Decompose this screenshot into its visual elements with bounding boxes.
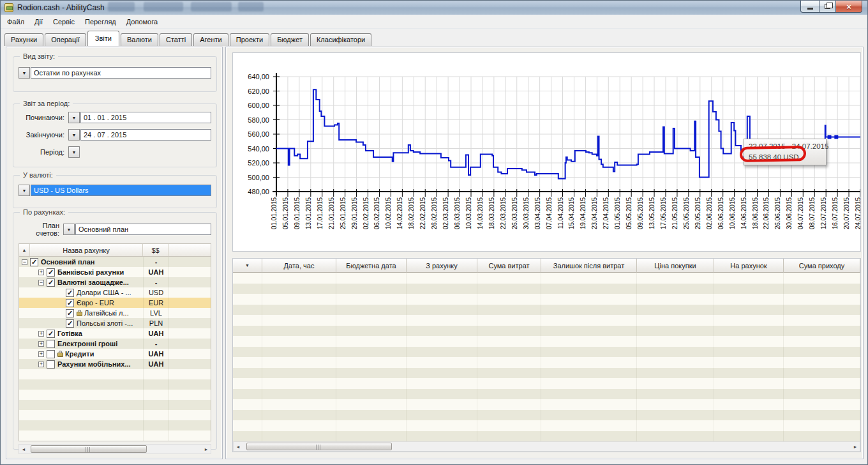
- tree-row[interactable]: −✓Валютні заощадже...-: [19, 277, 211, 287]
- tree-header-currency[interactable]: $$: [143, 244, 168, 256]
- table-cell: [336, 399, 407, 410]
- table-row[interactable]: [233, 326, 860, 337]
- tree-row[interactable]: −✓Основний план-: [19, 257, 211, 267]
- currency-dropdown-button[interactable]: ▼: [19, 185, 30, 196]
- tab-1[interactable]: Операції: [45, 33, 86, 46]
- tree-horizontal-scrollbar[interactable]: ◄ ►: [19, 444, 211, 454]
- tab-0[interactable]: Рахунки: [4, 33, 43, 46]
- table-row[interactable]: [233, 378, 860, 389]
- tree-row[interactable]: ✓Долари США - ...USD: [19, 287, 211, 298]
- table-row[interactable]: [233, 284, 860, 294]
- menu-item-1[interactable]: Дії: [29, 16, 48, 27]
- tree-row[interactable]: ✓Польські злоті -...PLN: [19, 318, 211, 328]
- table-row[interactable]: [233, 399, 860, 410]
- scroll-left-icon[interactable]: ◄: [19, 445, 28, 454]
- table-row[interactable]: [233, 336, 860, 347]
- account-checkbox[interactable]: [47, 360, 55, 369]
- tab-8[interactable]: Класифікатори: [310, 33, 371, 46]
- menu-item-4[interactable]: Допомога: [121, 16, 163, 27]
- tab-7[interactable]: Бюджет: [271, 33, 309, 46]
- table-row[interactable]: [233, 431, 860, 442]
- period-to-field[interactable]: 24 . 07 . 2015: [80, 129, 211, 141]
- period-from-field[interactable]: 01 . 01 . 2015: [80, 112, 211, 123]
- tree-expand-toggle[interactable]: +: [38, 270, 44, 275]
- table-cell: [407, 389, 477, 400]
- restore-button[interactable]: [819, 1, 836, 13]
- table-cell: [637, 305, 714, 316]
- title-bar[interactable]: Rodion.cash - AbilityCash ×: [1, 1, 867, 15]
- tree-expand-toggle[interactable]: +: [38, 362, 44, 367]
- minimize-button[interactable]: [800, 1, 819, 13]
- table-column-header[interactable]: З рахунку: [407, 259, 477, 273]
- tree-scrollbar-thumb[interactable]: [31, 445, 147, 453]
- tree-expand-toggle[interactable]: +: [38, 351, 44, 357]
- account-checkbox[interactable]: ✓: [47, 268, 55, 277]
- table-column-header[interactable]: Сума приходу: [784, 259, 860, 273]
- tree-row[interactable]: +✓Банківські рахункиUAH: [19, 267, 211, 277]
- account-checkbox[interactable]: ✓: [66, 319, 74, 328]
- table-row[interactable]: [233, 305, 860, 316]
- table-column-header[interactable]: Дата, час: [262, 259, 336, 273]
- currency-field[interactable]: USD - US Dollars: [31, 185, 211, 196]
- tab-6[interactable]: Проекти: [230, 33, 269, 46]
- period-preset-dropdown-button[interactable]: ▼: [68, 146, 80, 158]
- tree-expand-toggle[interactable]: −: [22, 259, 27, 265]
- table-column-header[interactable]: Бюджетна дата: [336, 259, 407, 273]
- menu-item-0[interactable]: Файл: [2, 16, 29, 27]
- table-row[interactable]: [233, 368, 860, 379]
- tree-row[interactable]: +Електронні гроші-: [19, 339, 211, 349]
- tab-2[interactable]: Звіти: [87, 31, 119, 46]
- scroll-right-icon[interactable]: ►: [202, 445, 211, 454]
- menu-item-3[interactable]: Перегляд: [80, 16, 121, 27]
- tab-5[interactable]: Агенти: [193, 33, 228, 46]
- tree-row[interactable]: +Рахунки мобільних...UAH: [19, 359, 211, 369]
- tree-expand-toggle[interactable]: +: [38, 341, 44, 347]
- table-row[interactable]: [233, 315, 860, 326]
- account-checkbox[interactable]: ✓: [30, 258, 38, 266]
- tree-row[interactable]: +✓ГотівкаUAH: [19, 328, 211, 339]
- table-row[interactable]: [233, 357, 860, 368]
- table-column-header[interactable]: Залишок після витрат: [541, 259, 637, 273]
- app-icon[interactable]: [4, 3, 13, 12]
- plan-dropdown-button[interactable]: ▼: [63, 224, 75, 235]
- table-row[interactable]: [233, 389, 860, 400]
- table-cell: [336, 326, 407, 337]
- account-checkbox[interactable]: ✓: [47, 278, 55, 287]
- menu-item-2[interactable]: Сервіс: [48, 16, 80, 27]
- table-column-header[interactable]: На рахунок: [714, 259, 784, 273]
- tree-row[interactable]: +КредитиUAH: [19, 349, 211, 359]
- table-row[interactable]: [233, 420, 860, 431]
- account-checkbox[interactable]: ✓: [66, 309, 74, 317]
- tree-expand-toggle[interactable]: −: [38, 280, 44, 286]
- tree-header-name[interactable]: Назва рахунку: [30, 244, 143, 256]
- account-checkbox[interactable]: [47, 350, 55, 358]
- tree-row[interactable]: ✓Євро - EUREUR: [19, 298, 211, 308]
- tab-4[interactable]: Статті: [160, 33, 192, 46]
- tree-row[interactable]: ✓Латвійські л...LVL: [19, 308, 211, 318]
- table-column-header[interactable]: Ціна покупки: [637, 259, 714, 273]
- account-checkbox[interactable]: ✓: [66, 299, 74, 307]
- report-type-field[interactable]: Остатки по рахунках: [31, 67, 211, 79]
- close-button[interactable]: ×: [836, 1, 862, 13]
- table-sort-header[interactable]: ▼: [233, 259, 262, 273]
- account-checkbox[interactable]: ✓: [47, 330, 55, 338]
- table-row[interactable]: [233, 410, 860, 421]
- table-scrollbar-thumb[interactable]: [246, 443, 392, 450]
- period-from-dropdown-button[interactable]: ▼: [68, 112, 80, 123]
- tree-expand-toggle[interactable]: +: [38, 331, 44, 337]
- table-row[interactable]: [233, 294, 860, 305]
- table-column-header[interactable]: Сума витрат: [477, 259, 541, 273]
- account-checkbox[interactable]: [47, 340, 55, 348]
- report-type-dropdown-button[interactable]: ▼: [19, 67, 30, 79]
- scroll-left-icon[interactable]: ◄: [234, 442, 243, 451]
- sort-asc-icon[interactable]: ▲: [19, 244, 30, 256]
- table-row[interactable]: [233, 273, 860, 284]
- scroll-right-icon[interactable]: ►: [851, 442, 860, 451]
- tab-3[interactable]: Валюти: [121, 33, 158, 46]
- period-to-dropdown-button[interactable]: ▼: [68, 129, 80, 141]
- x-axis-tick-label: 20.07.2015: [843, 197, 850, 229]
- account-checkbox[interactable]: ✓: [66, 289, 74, 297]
- table-row[interactable]: [233, 347, 860, 358]
- plan-field[interactable]: Основний план: [75, 224, 211, 235]
- table-horizontal-scrollbar[interactable]: ◄ ►: [233, 441, 860, 452]
